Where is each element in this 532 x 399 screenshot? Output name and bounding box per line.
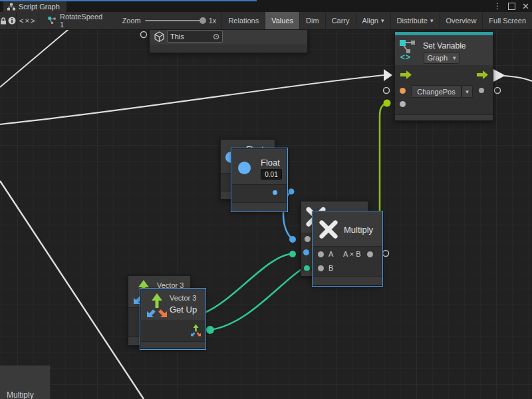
variable-name-dropdown-button[interactable]: ▾ — [462, 85, 473, 98]
set-variable-header: <> Set Variable Graph ▾ — [395, 35, 493, 65]
float-title: Float — [261, 158, 280, 168]
this-field-value: This — [170, 33, 184, 41]
embed-toggle-button[interactable]: <×> — [17, 12, 39, 29]
float-value-field[interactable]: 0.01 — [261, 169, 282, 180]
variable-name-dropdown[interactable]: ChangePos — [411, 85, 462, 98]
variable-name-value: ChangePos — [417, 88, 456, 96]
dim-button[interactable]: Dim — [299, 12, 325, 29]
graph-reference[interactable]: RotateSpeed 1 — [48, 12, 103, 29]
float-output-port[interactable] — [273, 190, 277, 195]
chevron-down-icon: ▾ — [381, 17, 384, 24]
lock-icon — [0, 17, 7, 25]
multiply-port-a[interactable] — [318, 251, 324, 257]
float-type-icon — [238, 162, 251, 174]
distribute-dropdown-button[interactable]: Distribute ▾ — [390, 12, 440, 29]
graph-toolbar: <×> RotateSpeed 1 Zoom 1x Relations Valu… — [0, 12, 532, 30]
overview-button[interactable]: Overview — [440, 12, 483, 29]
values-button[interactable]: Values — [265, 12, 299, 29]
zoom-control: Zoom 1x — [122, 12, 217, 29]
object-picker-icon[interactable]: ⊙ — [213, 32, 219, 41]
window-menu-icon[interactable]: ⋮ — [493, 1, 501, 11]
control-output-arrow-icon[interactable] — [477, 70, 488, 79]
window-maximize-icon[interactable] — [508, 3, 515, 10]
tab-title: Script Graph — [19, 3, 60, 11]
vector3-icon — [144, 291, 168, 319]
set-variable-node[interactable]: <> Set Variable Graph ▾ ChangePos ▾ — [394, 31, 493, 121]
full-screen-button[interactable]: Full Screen — [482, 12, 532, 29]
carry-button[interactable]: Carry — [325, 12, 356, 29]
multiply-node[interactable]: Multiply A A × B B — [313, 211, 382, 286]
chevron-down-icon: ▾ — [430, 17, 434, 24]
this-node[interactable]: This ⊙ — [149, 27, 308, 53]
multiply-bg-port-blue[interactable] — [303, 249, 309, 255]
angle-brackets-icon: <> — [400, 53, 411, 62]
info-button[interactable] — [7, 12, 17, 29]
unity-script-graph-window: This ⊙ <> Set Variable Graph ▾ — [0, 0, 532, 399]
set-variable-footer — [395, 114, 493, 120]
chevron-down-icon: ▾ — [466, 88, 469, 95]
vector3-output-icon — [190, 323, 201, 337]
get-up-title: Get Up — [170, 305, 197, 315]
this-node-body — [150, 45, 307, 53]
variable-kind-dropdown[interactable]: Graph ▾ — [424, 52, 460, 64]
float-value: 0.01 — [265, 171, 277, 178]
tab-bar: Script Graph ⋮ ✕ — [0, 0, 532, 12]
set-variable-title: Set Variable — [423, 41, 466, 51]
zoom-slider[interactable] — [145, 20, 205, 21]
float-node[interactable]: Float 0.01 — [231, 148, 287, 211]
multiply-bg-port-gray[interactable] — [305, 236, 311, 242]
multiply-result-label: A × B — [343, 250, 361, 258]
graph-ref-icon — [48, 16, 57, 25]
control-input-arrow-icon[interactable] — [400, 70, 412, 79]
chevron-down-icon: ▾ — [453, 55, 456, 61]
zoom-value: 1x — [209, 17, 217, 25]
multiply-node-corner[interactable]: Multiply — [0, 365, 51, 399]
embed-toggle-label: <×> — [19, 17, 36, 25]
this-node-header: This ⊙ — [150, 28, 307, 45]
align-dropdown-button[interactable]: Align ▾ — [356, 12, 390, 29]
this-object-field[interactable]: This ⊙ — [167, 30, 223, 43]
zoom-slider-handle[interactable] — [200, 17, 206, 24]
variable-value-port[interactable] — [400, 101, 406, 107]
multiply-port-b-label: B — [329, 264, 333, 272]
get-up-subtitle: Vector 3 — [170, 294, 196, 302]
zoom-label: Zoom — [122, 17, 141, 25]
multiply-title: Multiply — [344, 225, 373, 235]
multiply-port-out[interactable] — [367, 251, 373, 257]
multiply-port-b[interactable] — [318, 265, 324, 271]
tab-script-graph[interactable]: Script Graph — [3, 1, 66, 12]
variable-kind-value: Graph — [427, 54, 448, 62]
variable-out-port[interactable] — [479, 88, 484, 93]
info-icon — [8, 17, 16, 25]
graph-hierarchy-icon — [7, 3, 15, 11]
get-up-node[interactable]: Vector 3 Get Up — [140, 289, 205, 349]
lock-button[interactable] — [0, 12, 7, 29]
corner-node-title: Multiply — [7, 390, 34, 399]
cube-icon — [154, 31, 164, 42]
relations-button[interactable]: Relations — [221, 12, 265, 29]
multiply-x-icon — [319, 219, 338, 239]
window-close-icon[interactable]: ✕ — [522, 3, 529, 9]
graph-ref-label: RotateSpeed 1 — [60, 13, 104, 29]
variable-graph-icon — [399, 39, 418, 54]
multiply-port-a-label: A — [329, 250, 333, 258]
variable-name-port[interactable] — [400, 88, 406, 94]
